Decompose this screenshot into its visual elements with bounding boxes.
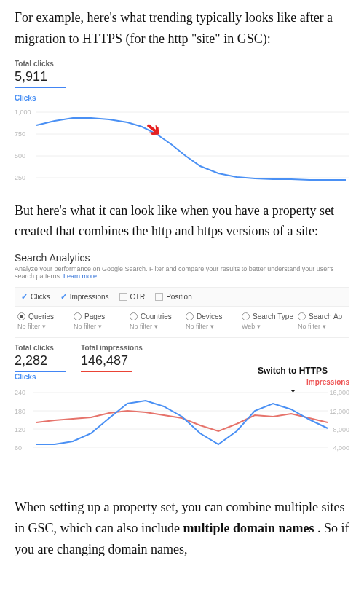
chart-1-line	[36, 118, 346, 180]
sa-filters: Queries No filter ▾ Pages No filter ▾ Co…	[15, 307, 349, 338]
annotation-switch-https: Switch to HTTPS	[258, 366, 328, 376]
sa-toolbar: ✓ Clicks ✓ Impressions CTR Position	[15, 287, 349, 307]
para-3: When setting up a property set, you can …	[15, 497, 349, 559]
filter-sub: No filter ▾	[186, 323, 234, 330]
radio-icon	[130, 312, 138, 320]
check-icon: ✓	[21, 292, 28, 302]
metric-value: 5,911	[15, 69, 66, 84]
ytick-left: 180	[15, 408, 25, 415]
metric-total-impressions: Total impressions 146,487	[81, 344, 143, 372]
check-icon: ✓	[60, 292, 67, 302]
filter-search-appearance[interactable]: Search Ap No filter ▾	[298, 312, 347, 330]
ytick: 500	[15, 152, 25, 160]
filter-label: Queries	[28, 312, 54, 320]
filter-sub: No filter ▾	[17, 323, 66, 330]
toggle-impressions-label: Impressions	[70, 293, 109, 301]
filter-devices[interactable]: Devices No filter ▾	[186, 312, 234, 330]
ytick-right: 16,000	[329, 389, 349, 396]
toggle-position[interactable]: Position	[155, 293, 192, 301]
learn-more-link[interactable]: Learn more	[63, 272, 97, 280]
chart-2-plot: 240 180 120 60 16,000 12,000 8,000 4,000	[15, 388, 349, 453]
filter-sub: Web ▾	[242, 323, 290, 330]
toggle-position-label: Position	[166, 293, 192, 301]
metric-value: 2,282	[15, 353, 66, 369]
radio-icon	[186, 312, 194, 320]
radio-icon	[242, 312, 250, 320]
metric-total-clicks: Total clicks 2,282	[15, 344, 66, 372]
ytick-right: 4,000	[333, 444, 349, 452]
radio-icon	[298, 312, 306, 320]
ytick-right: 12,000	[329, 408, 349, 415]
ytick-left: 240	[15, 389, 25, 396]
metric-label: Total clicks	[15, 60, 66, 68]
toggle-impressions[interactable]: ✓ Impressions	[60, 292, 109, 302]
radio-icon	[74, 312, 82, 320]
filter-label: Devices	[197, 312, 223, 320]
checkbox-icon	[155, 293, 163, 301]
axis-label-clicks: Clicks	[15, 373, 36, 381]
ytick-left: 120	[15, 426, 25, 433]
sa-desc: Analyze your performance on Google Searc…	[15, 265, 349, 280]
toggle-clicks[interactable]: ✓ Clicks	[21, 292, 50, 302]
chart-1: Total clicks 5,911 Clicks 1,000 750 500 …	[15, 60, 349, 187]
chart-2-line-clicks	[36, 401, 328, 444]
metric-label: Total impressions	[81, 344, 143, 352]
para-3b: multiple domain names	[183, 521, 314, 535]
ytick-left: 60	[15, 444, 22, 452]
ytick: 1,000	[15, 109, 31, 116]
sa-desc-text: Analyze your performance on Google Searc…	[15, 265, 333, 280]
radio-icon	[17, 312, 25, 320]
toggle-ctr-label: CTR	[130, 293, 146, 301]
chart-2-line-impressions	[36, 411, 328, 431]
filter-label: Search Ap	[309, 312, 342, 320]
filter-label: Countries	[141, 312, 172, 320]
chart-2: Total clicks 2,282 Total impressions 146…	[15, 344, 349, 453]
para-1: For example, here's what trending typica…	[15, 7, 349, 50]
ytick: 750	[15, 130, 25, 138]
sa-title: Search Analytics	[15, 252, 349, 264]
checkbox-icon	[119, 293, 127, 301]
filter-search-type[interactable]: Search Type Web ▾	[242, 312, 290, 330]
filter-sub: No filter ▾	[130, 323, 178, 330]
filter-queries[interactable]: Queries No filter ▾	[17, 312, 66, 330]
toggle-ctr[interactable]: CTR	[119, 293, 146, 301]
filter-pages[interactable]: Pages No filter ▾	[74, 312, 122, 330]
metric-label: Total clicks	[15, 344, 66, 352]
metric-total-clicks: Total clicks 5,911	[15, 60, 66, 88]
toggle-clicks-label: Clicks	[31, 293, 50, 301]
filter-sub: No filter ▾	[298, 323, 347, 330]
chart-1-svg	[15, 103, 349, 187]
chart-2-svg	[15, 388, 349, 453]
metric-value: 146,487	[81, 353, 143, 369]
filter-sub: No filter ▾	[74, 323, 122, 330]
filter-label: Search Type	[253, 312, 293, 320]
filter-label: Pages	[84, 312, 105, 320]
ytick: 250	[15, 174, 25, 181]
axis-label-clicks: Clicks	[15, 94, 349, 102]
para-2: But here's what it can look like when yo…	[15, 200, 349, 243]
ytick-right: 8,000	[333, 426, 349, 433]
chart-1-plot: 1,000 750 500 250 ➔	[15, 103, 349, 187]
filter-countries[interactable]: Countries No filter ▾	[130, 312, 178, 330]
axis-label-impressions: Impressions	[306, 378, 349, 386]
